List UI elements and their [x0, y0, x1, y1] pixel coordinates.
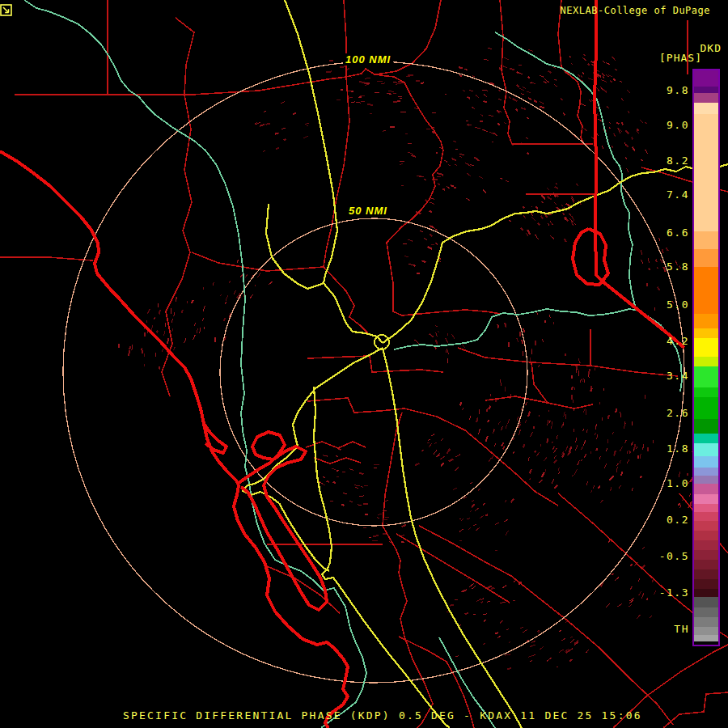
- speckle: [164, 331, 165, 336]
- speckle: [554, 455, 557, 458]
- speckle: [600, 500, 603, 503]
- speckle: [637, 455, 638, 459]
- speckle: [523, 328, 524, 332]
- speckle: [630, 586, 633, 590]
- speckle: [455, 149, 459, 150]
- speckle: [612, 432, 613, 434]
- speckle: [521, 108, 524, 109]
- speckle: [276, 147, 278, 149]
- speckle: [500, 602, 506, 603]
- colorbar-tick-5.8: 5.8: [633, 260, 689, 273]
- speckle: [555, 485, 558, 489]
- speckle: [396, 83, 401, 84]
- speckle: [621, 122, 623, 125]
- speckle: [583, 54, 586, 55]
- speckle: [614, 133, 616, 137]
- county-boundary-segment: [307, 398, 404, 413]
- speckle: [589, 369, 590, 375]
- speckle: [321, 483, 326, 485]
- speckle: [381, 83, 385, 84]
- speckle: [550, 235, 555, 239]
- speckle: [438, 184, 440, 185]
- speckle: [523, 444, 525, 448]
- colorbar-tick-9.8: 9.8: [633, 84, 689, 97]
- colorbar-segment: [694, 521, 718, 531]
- speckle: [620, 460, 620, 463]
- speckle: [359, 82, 365, 83]
- colorbar-segment: [694, 70, 718, 87]
- speckle: [596, 448, 597, 451]
- speckle: [476, 95, 479, 98]
- speckle: [548, 410, 549, 413]
- speckle: [542, 472, 544, 477]
- speckle: [455, 656, 459, 657]
- speckle: [554, 79, 557, 80]
- speckle: [586, 430, 587, 433]
- speckle: [621, 472, 623, 476]
- speckle: [519, 430, 521, 435]
- colorbar-segment: [694, 357, 718, 366]
- radar-display: 100 NMI 50 NMI 9.89.08.27.46.65.85.04.23…: [0, 0, 728, 728]
- speckle: [343, 493, 347, 494]
- speckle: [602, 73, 605, 76]
- speckle: [523, 108, 525, 110]
- speckle: [448, 164, 451, 166]
- speckle: [526, 233, 528, 236]
- range-ring-label-50nmi: 50 NMI: [346, 205, 390, 217]
- colorbar-tick-4.2: 4.2: [633, 335, 689, 348]
- speckle: [341, 504, 344, 506]
- county-boundary-segment: [0, 257, 93, 260]
- colorbar-segment: [694, 434, 718, 443]
- speckle: [464, 69, 468, 70]
- speckle: [554, 460, 557, 463]
- speckle: [527, 230, 530, 235]
- speckle: [351, 102, 355, 103]
- speckle: [547, 658, 552, 661]
- speckle: [621, 98, 624, 101]
- speckle: [425, 200, 428, 201]
- speckle: [620, 447, 623, 451]
- speckle: [154, 317, 155, 320]
- colorbar-tick--1.3: -1.3: [633, 586, 689, 599]
- speckle: [509, 97, 511, 99]
- speckle: [421, 260, 425, 262]
- speckle: [470, 164, 474, 166]
- colorbar-segment: [694, 494, 718, 504]
- speckle: [662, 249, 663, 253]
- speckle: [572, 216, 574, 221]
- range-ring-label-100nmi: 100 NMI: [343, 53, 393, 66]
- speckle: [504, 57, 509, 61]
- speckle: [483, 643, 485, 645]
- speckle: [359, 473, 363, 475]
- speckle: [305, 123, 309, 124]
- speckle: [415, 340, 419, 343]
- speckle: [529, 478, 531, 480]
- speckle: [493, 133, 497, 136]
- speckle: [451, 185, 454, 186]
- speckle: [526, 402, 527, 405]
- speckle: [463, 408, 463, 410]
- speckle: [528, 457, 529, 461]
- speckle: [327, 481, 330, 482]
- colorbar-tick-TH: TH: [633, 623, 689, 636]
- speckle: [155, 353, 156, 357]
- speckle: [157, 330, 158, 332]
- colorbar-segment: [694, 476, 718, 484]
- colorbar-segment: [694, 87, 718, 93]
- external-arrow-icon: [0, 4, 12, 16]
- speckle: [411, 155, 415, 157]
- speckle: [568, 451, 571, 455]
- speckle: [561, 99, 562, 100]
- speckle: [401, 535, 404, 536]
- speckle: [530, 645, 535, 646]
- speckle: [293, 113, 296, 114]
- speckle: [341, 90, 343, 91]
- speckle: [483, 503, 485, 506]
- speckle: [612, 57, 616, 61]
- speckle: [527, 91, 531, 93]
- county-boundary-segment: [393, 283, 502, 315]
- speckle: [453, 141, 456, 142]
- speckle: [461, 590, 467, 592]
- speckle: [571, 222, 574, 225]
- speckle: [603, 76, 605, 79]
